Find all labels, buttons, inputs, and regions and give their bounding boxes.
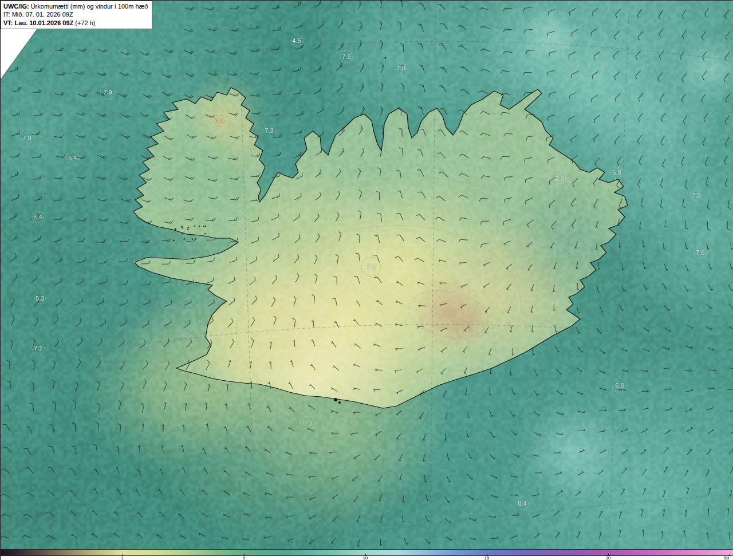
colorbar-tick-label: 10 (363, 556, 368, 560)
map-canvas (1, 1, 733, 549)
info-line-init-time: IT: Mið. 07. 01. 2026 09Z (3, 10, 148, 18)
colorbar-tick-label: 15 (484, 556, 490, 560)
model-label: UWC/IG: (3, 3, 29, 10)
init-time-label: IT: (3, 11, 10, 18)
valid-time-value: Lau. 10.01.2026 09Z (13, 19, 74, 26)
colorbar-tick-label: 5 (243, 556, 245, 560)
valid-time-bold: VT: Lau. 10.01.2026 09Z (3, 19, 73, 26)
valid-time-label: VT: (3, 19, 13, 26)
forecast-info-box: UWC/IG: Úrkomumætti (mm) og vindur í 100… (1, 1, 152, 29)
colorbar-legend: 1510153050 (1, 549, 733, 560)
info-line-title: UWC/IG: Úrkomumætti (mm) og vindur í 100… (3, 2, 148, 10)
colorbar-tickmark (730, 554, 730, 556)
weather-map: 4.57.97.87.93.67.37.95.46.82.87.20.45.47… (0, 0, 733, 560)
init-time-value: Mið. 07. 01. 2026 09Z (10, 11, 73, 18)
colorbar-tick-label: 50 (724, 556, 730, 560)
valid-time-offset: (+72 h) (73, 19, 95, 26)
info-line-valid-time: VT: Lau. 10.01.2026 09Z (+72 h) (3, 19, 148, 27)
map-title: Úrkomumætti (mm) og vindur í 100m hæð (29, 3, 148, 10)
colorbar-tick-label: 30 (606, 556, 611, 560)
colorbar-tick-label: 1 (121, 556, 124, 560)
